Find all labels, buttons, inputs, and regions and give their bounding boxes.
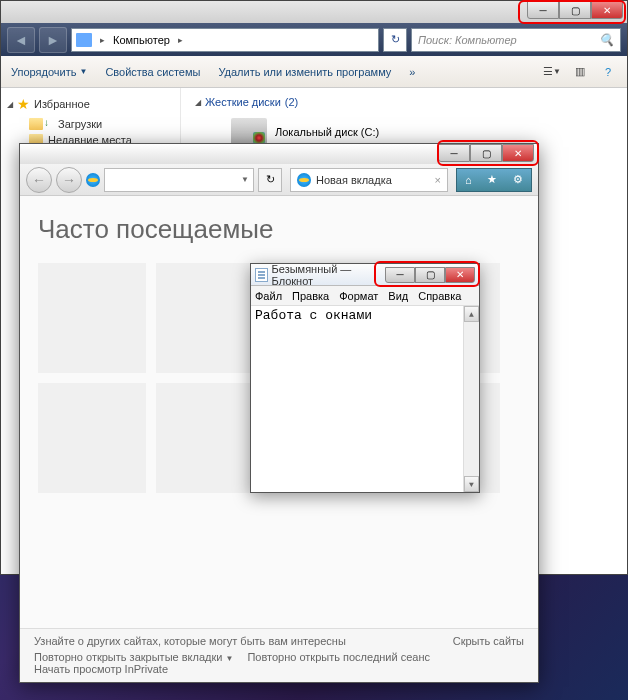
drive-item-c[interactable]: Локальный диск (C:) [231,118,613,146]
search-input[interactable]: Поиск: Компьютер 🔍 [411,28,621,52]
site-tile[interactable] [38,263,146,373]
hdd-section-header[interactable]: ◢ Жесткие диски (2) [195,96,613,108]
minimize-button[interactable]: ─ [438,144,470,162]
menu-help[interactable]: Справка [418,290,461,302]
back-button[interactable]: ◄ [7,27,35,53]
notepad-content: Работа с окнами [255,308,372,323]
refresh-button[interactable]: ↻ [258,168,282,192]
reopen-last-link[interactable]: Повторно открыть последний сеанс [247,651,430,663]
browser-tab[interactable]: Новая вкладка × [290,168,448,192]
menu-view[interactable]: Вид [388,290,408,302]
frequent-heading: Часто посещаемые [38,214,520,245]
refresh-button[interactable]: ↻ [383,28,407,52]
downloads-label: Загрузки [58,118,102,130]
ie-navbar: ← → ▼ ↻ Новая вкладка × ⌂ ★ ⚙ [20,164,538,196]
site-tile[interactable] [156,263,264,373]
maximize-button[interactable]: ▢ [559,1,591,19]
breadcrumb-sep-icon: ▸ [98,35,107,45]
window-controls: ─ ▢ ✕ [438,144,534,162]
collapse-icon: ◢ [195,98,201,107]
notepad-textarea[interactable]: Работа с окнами ▲ ▼ [251,306,479,492]
menu-file[interactable]: Файл [255,290,282,302]
explorer-navbar: ◄ ► ▸ Компьютер ▸ ↻ Поиск: Компьютер 🔍 [1,23,627,56]
breadcrumb-text[interactable]: Компьютер [113,34,170,46]
scrollbar[interactable]: ▲ ▼ [463,306,479,492]
inprivate-link[interactable]: Начать просмотр InPrivate [34,663,168,675]
notepad-icon [255,268,268,282]
ie-command-bar: ⌂ ★ ⚙ [456,168,532,192]
discover-sites-link[interactable]: Узнайте о других сайтах, которые могут б… [34,635,346,647]
site-tile[interactable] [156,383,264,493]
close-button[interactable]: ✕ [445,267,475,283]
drive-label: Локальный диск (C:) [275,126,379,138]
toolbar-more[interactable]: » [409,66,415,78]
address-bar[interactable]: ▼ [104,168,254,192]
download-arrow-icon: ↓ [44,117,49,128]
computer-icon [76,33,92,47]
sidebar-item-downloads[interactable]: ↓ Загрузки [29,116,174,132]
folder-icon [29,118,43,130]
window-controls: ─ ▢ ✕ [385,267,475,283]
tab-label: Новая вкладка [316,174,392,186]
drive-icon [231,118,267,146]
maximize-button[interactable]: ▢ [470,144,502,162]
explorer-titlebar[interactable]: ─ ▢ ✕ [1,1,627,23]
ie-logo-icon [86,173,100,187]
back-button[interactable]: ← [26,167,52,193]
maximize-button[interactable]: ▢ [415,267,445,283]
hide-sites-link[interactable]: Скрыть сайты [453,635,524,647]
search-placeholder: Поиск: Компьютер [418,34,517,46]
view-options-icon[interactable]: ☰▼ [543,64,561,80]
minimize-button[interactable]: ─ [385,267,415,283]
home-icon[interactable]: ⌂ [465,174,472,186]
notepad-window: Безымянный — Блокнот ─ ▢ ✕ Файл Правка Ф… [250,263,480,493]
forward-button[interactable]: ► [39,27,67,53]
ie-titlebar[interactable]: ─ ▢ ✕ [20,144,538,164]
uninstall-button[interactable]: Удалить или изменить программу [218,66,391,78]
breadcrumb-sep-icon: ▸ [176,35,185,45]
minimize-button[interactable]: ─ [527,1,559,19]
system-properties-button[interactable]: Свойства системы [105,66,200,78]
collapse-icon: ◢ [7,100,13,109]
hdd-count: (2) [285,96,298,108]
forward-button[interactable]: → [56,167,82,193]
help-icon[interactable]: ? [599,64,617,80]
site-tile[interactable] [38,383,146,493]
settings-icon[interactable]: ⚙ [513,173,523,186]
favorites-label: Избранное [34,98,90,110]
ie-footer: Узнайте о других сайтах, которые могут б… [20,628,538,682]
hdd-label: Жесткие диски [205,96,281,108]
favorites-header[interactable]: ◢ ★ Избранное [7,96,174,112]
organize-menu[interactable]: Упорядочить▼ [11,66,87,78]
preview-pane-icon[interactable]: ▥ [571,64,589,80]
chevron-down-icon: ▼ [79,67,87,76]
notepad-titlebar[interactable]: Безымянный — Блокнот ─ ▢ ✕ [251,264,479,286]
reopen-closed-link[interactable]: Повторно открыть закрытые вкладки ▼ [34,651,233,663]
star-icon: ★ [17,96,30,112]
menu-format[interactable]: Формат [339,290,378,302]
dropdown-icon[interactable]: ▼ [241,175,249,184]
search-icon: 🔍 [599,33,614,47]
window-controls: ─ ▢ ✕ [527,1,623,19]
notepad-title: Безымянный — Блокнот [272,263,381,287]
close-button[interactable]: ✕ [502,144,534,162]
menu-edit[interactable]: Правка [292,290,329,302]
scroll-down-icon[interactable]: ▼ [464,476,479,492]
chevron-down-icon: ▼ [225,654,233,663]
ie-logo-icon [297,173,311,187]
favorites-icon[interactable]: ★ [487,173,497,186]
notepad-menubar: Файл Правка Формат Вид Справка [251,286,479,306]
close-button[interactable]: ✕ [591,1,623,19]
explorer-toolbar: Упорядочить▼ Свойства системы Удалить ил… [1,56,627,88]
tab-close-icon[interactable]: × [435,174,441,186]
scroll-up-icon[interactable]: ▲ [464,306,479,322]
address-bar[interactable]: ▸ Компьютер ▸ [71,28,379,52]
